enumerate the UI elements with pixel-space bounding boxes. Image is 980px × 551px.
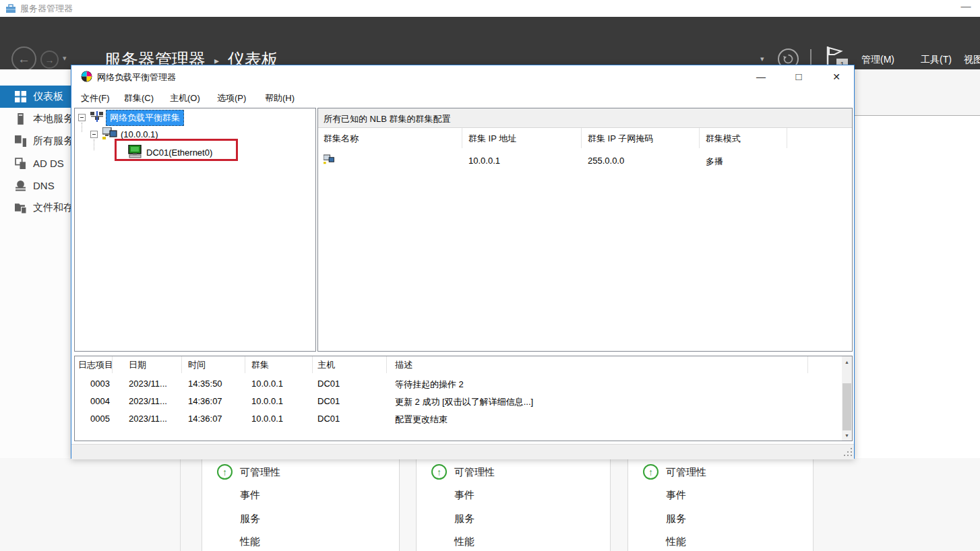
nlb-window-title: 网络负载平衡管理器: [97, 71, 176, 84]
tile-manageability-link[interactable]: 可管理性: [666, 466, 706, 479]
log-row[interactable]: 0005 2023/11... 14:36:07 10.0.0.1 DC01 配…: [75, 410, 836, 428]
log-col-desc[interactable]: 描述: [395, 359, 412, 371]
nlb-maximize-button[interactable]: □: [783, 66, 814, 87]
log-col-cluster[interactable]: 群集: [251, 359, 269, 371]
server-manager-icon: [5, 3, 16, 13]
nlb-statusbar: [71, 444, 854, 459]
log-cell-id: 0004: [75, 396, 110, 406]
nlb-manager-window: 网络负载平衡管理器 — □ ✕ 文件(F) 群集(C) 主机(O) 选项(P) …: [71, 65, 855, 459]
log-cell-id: 0003: [75, 379, 110, 389]
app-minimize-button[interactable]: —: [956, 0, 976, 11]
nlb-menu-options[interactable]: 选项(P): [217, 92, 246, 104]
tile-manageability-link[interactable]: 可管理性: [454, 466, 495, 479]
log-col-date[interactable]: 日期: [129, 359, 146, 371]
col-cluster-ip[interactable]: 群集 IP 地址: [468, 133, 516, 145]
log-cell-host: DC01: [317, 379, 340, 389]
nlb-minimize-button[interactable]: —: [745, 66, 776, 87]
column-separator: [699, 128, 700, 148]
screen: 服务器管理器 — ← → ▾ 服务器管理器 ▸ 仪表板 ▾: [0, 0, 980, 551]
tree-connector: [94, 139, 94, 150]
tree-connector: [82, 123, 82, 132]
tile-performance-link[interactable]: 性能: [454, 536, 474, 548]
tile-events-link[interactable]: 事件: [454, 489, 474, 502]
tile-performance-link[interactable]: 性能: [666, 536, 686, 548]
tile-services-link[interactable]: 服务: [666, 513, 686, 525]
column-separator: [245, 356, 245, 373]
column-separator: [807, 356, 808, 373]
manageability-up-icon: ↑: [643, 464, 659, 480]
log-cell-date: 2023/11...: [129, 414, 167, 424]
back-button[interactable]: ←: [11, 46, 36, 71]
scrollbar-thumb[interactable]: [843, 383, 851, 430]
nav-history-dropdown[interactable]: ▾: [63, 54, 67, 63]
nlb-titlebar[interactable]: 网络负载平衡管理器 — □ ✕: [71, 65, 854, 88]
cell-cluster-mode: 多播: [706, 156, 723, 168]
log-cell-host: DC01: [317, 396, 340, 406]
column-separator: [112, 356, 113, 373]
tile-services-link[interactable]: 服务: [240, 513, 260, 525]
cell-subnet-mask: 255.0.0.0: [588, 156, 624, 166]
tile-services-link[interactable]: 服务: [454, 513, 474, 525]
refresh-dropdown[interactable]: ▾: [760, 55, 764, 63]
column-separator: [312, 356, 313, 373]
menu-manage[interactable]: 管理(M): [861, 54, 894, 66]
role-status-tile: ↑ 可管理性 事件 服务 性能: [202, 458, 400, 551]
tile-performance-link[interactable]: 性能: [240, 536, 260, 548]
tree-item-nlb-clusters[interactable]: 网络负载平衡群集: [106, 110, 184, 126]
column-separator: [181, 356, 182, 373]
log-cell-time: 14:35:50: [188, 379, 222, 389]
nlb-menu-help[interactable]: 帮助(H): [265, 92, 295, 104]
refresh-icon: [783, 53, 794, 65]
tile-events-link[interactable]: 事件: [240, 489, 260, 502]
log-col-host[interactable]: 主机: [317, 359, 335, 371]
log-col-time[interactable]: 时间: [188, 359, 206, 371]
tile-manageability-link[interactable]: 可管理性: [240, 466, 280, 479]
main-header: ← → ▾ 服务器管理器 ▸ 仪表板 ▾ 1 管理(M) 工具(T): [0, 17, 980, 69]
role-status-tile: ↑ 可管理性 事件 服务 性能: [627, 458, 814, 551]
log-col-entry[interactable]: 日志项目: [78, 359, 113, 371]
scroll-up-icon[interactable]: ▲: [842, 356, 852, 367]
nlb-app-icon: [81, 71, 92, 82]
menu-view[interactable]: 视图: [964, 54, 980, 66]
log-cell-date: 2023/11...: [129, 396, 167, 406]
tree-item-cluster-ip[interactable]: (10.0.0.1): [121, 129, 158, 139]
column-separator: [581, 128, 582, 148]
log-row[interactable]: 0004 2023/11... 14:36:07 10.0.0.1 DC01 更…: [75, 393, 836, 410]
nlb-menu-file[interactable]: 文件(F): [81, 92, 110, 104]
log-cell-desc: 等待挂起的操作 2: [395, 379, 464, 391]
col-subnet-mask[interactable]: 群集 IP 子网掩码: [588, 133, 653, 145]
column-separator: [386, 356, 387, 373]
config-pane-header: 所有已知的 NLB 群集的群集配置: [318, 108, 852, 128]
app-title: 服务器管理器: [20, 3, 73, 15]
menu-tools[interactable]: 工具(T): [921, 54, 952, 66]
column-separator: [787, 128, 787, 148]
tree-expander-cluster[interactable]: [90, 131, 98, 138]
manageability-up-icon: ↑: [217, 464, 233, 480]
nlb-clusters-icon: [90, 111, 104, 123]
log-cell-time: 14:36:07: [188, 396, 222, 406]
col-cluster-name[interactable]: 群集名称: [324, 133, 359, 145]
nlb-menubar: 文件(F) 群集(C) 主机(O) 选项(P) 帮助(H): [71, 88, 854, 107]
tiles-column-divider: [180, 458, 181, 551]
forward-button[interactable]: →: [40, 51, 59, 69]
file-storage-icon: [15, 202, 26, 214]
all-servers-icon: [15, 135, 26, 147]
dashboard-grid-icon: [15, 91, 26, 102]
nlb-log-pane: 日志项目 日期 时间 群集 主机 描述 0003 2023/11... 14:3…: [74, 356, 853, 441]
tree-expander-root[interactable]: [78, 114, 86, 121]
col-cluster-mode[interactable]: 群集模式: [706, 133, 741, 145]
nlb-menu-cluster[interactable]: 群集(C): [124, 92, 154, 104]
annotation-highlight-box: [115, 139, 238, 161]
nlb-close-button[interactable]: ✕: [821, 66, 852, 87]
app-titlebar: 服务器管理器 —: [0, 0, 980, 17]
sidebar-item-label: AD DS: [33, 158, 64, 169]
resize-grip[interactable]: [844, 448, 852, 456]
local-server-icon: [15, 113, 26, 125]
sidebar-item-label: 仪表板: [33, 90, 63, 103]
nlb-config-pane: 所有已知的 NLB 群集的群集配置 群集名称 群集 IP 地址 群集 IP 子网…: [317, 108, 853, 352]
scroll-down-icon[interactable]: ▼: [842, 430, 852, 441]
log-scrollbar[interactable]: ▲ ▼: [842, 356, 852, 441]
nlb-menu-host[interactable]: 主机(O): [170, 92, 200, 104]
tile-events-link[interactable]: 事件: [666, 489, 686, 502]
log-row[interactable]: 0003 2023/11... 14:35:50 10.0.0.1 DC01 等…: [75, 375, 836, 393]
